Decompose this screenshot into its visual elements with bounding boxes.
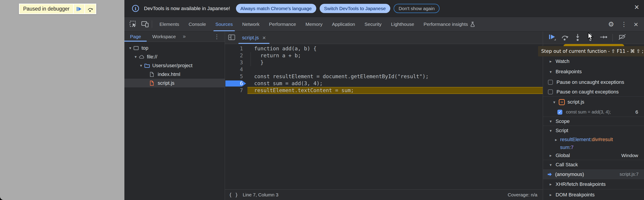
devtools-tab[interactable]: Network [238,17,264,31]
scope-variable-sum[interactable]: sum: 7 [543,144,644,151]
deactivate-breakpoints-button[interactable] [618,33,626,42]
tree-expander-icon[interactable]: ▾ [133,54,138,59]
breakpoints-section-header[interactable]: ▾ Breakpoints [543,66,644,77]
line-number-gutter[interactable]: 4 [225,66,248,73]
file-tree-label: Users/user/project [152,63,192,68]
more-options-icon[interactable]: ⋮ [621,21,627,27]
devtools-tab[interactable]: Application [327,17,360,31]
scope-global-row[interactable]: ▸ Global Window [543,151,644,160]
expanded-arrow-icon[interactable]: ▾ [548,119,553,124]
infobar-button[interactable]: Don't show again [394,4,440,13]
file-tree-row[interactable]: ▾ [124,61,225,70]
devtools-tab[interactable]: Performance insights [419,17,480,31]
expanded-arrow-icon[interactable]: ▾ [548,128,553,133]
step-over-button[interactable] [561,33,569,42]
scope-script-row[interactable]: ▾ Script [543,126,644,135]
editor-tab-scriptjs[interactable]: script.js × [238,31,270,44]
breakpoint-checkbox[interactable]: ✓ [558,110,562,115]
dom-breakpoints-section-header[interactable]: ▸ DOM Breakpoints [543,190,644,200]
file-tree-label: script.js [158,80,174,86]
step-into-button[interactable] [574,33,582,42]
infobar-message: DevTools is now available in Japanese! [144,5,230,11]
toggle-device-toolbar-button[interactable] [141,21,149,28]
infobar-close-icon[interactable]: × [634,3,639,11]
devtools-tab[interactable]: Security [360,17,386,31]
inspect-element-button[interactable] [129,20,137,28]
code-line[interactable]: 1 function add(a, b) { [225,45,543,52]
file-tree-row[interactable]: ▾ [124,52,225,61]
code-line[interactable]: 4 [225,66,543,73]
pretty-print-icon[interactable]: { } [229,192,238,198]
call-stack-section-header[interactable]: ▾ Call Stack [543,160,644,170]
devtools-tab[interactable]: Sources [211,17,238,31]
line-number-gutter[interactable]: 2 [225,52,248,59]
file-tree-row[interactable]: index.html [124,70,225,79]
collapsed-arrow-icon[interactable]: ▸ [548,182,553,187]
expanded-arrow-icon[interactable]: ▾ [548,69,553,74]
banner-resume-button[interactable] [74,4,84,13]
collapsed-arrow-icon[interactable]: ▸ [548,153,553,158]
devtools-tab[interactable]: Elements [155,17,184,31]
file-tree-row[interactable]: ▾ [124,44,225,52]
scope-variable-resultelement[interactable]: ▸ resultElement: div#result [543,135,644,144]
tab-close-icon[interactable]: × [262,35,266,41]
frame-icon [134,46,139,50]
line-number-gutter[interactable]: 6 [225,80,248,87]
call-stack-frame-row[interactable]: (anonymous) script.js:7 [543,170,644,179]
dimmed-page-overlay: Paused in debugger [0,0,124,200]
watch-section-header[interactable]: ▸ Watch [543,56,644,66]
resume-script-button[interactable] [548,33,556,42]
step-icon [599,33,607,41]
step-button[interactable] [599,33,607,42]
toolbar-separator [152,20,152,28]
line-number-gutter[interactable]: 1 [225,45,248,52]
collapse-navigator-button[interactable] [228,34,235,41]
tree-expander-icon[interactable]: ▾ [138,63,144,68]
code-lines: 1 function add(a, b) { 2 return a + b; 3… [225,45,543,94]
line-number-gutter[interactable]: 3 [225,59,248,66]
pause-caught-exceptions-row[interactable]: Pause on caught exceptions [543,87,644,97]
code-line[interactable]: 5 const resultElement = document.getElem… [225,73,543,80]
code-line[interactable]: 2 return a + b; [225,52,543,59]
xhr-breakpoints-section-header[interactable]: ▸ XHR/fetch Breakpoints [543,179,644,190]
line-number-gutter[interactable]: 7 [225,87,248,94]
more-tabs-chevron-icon[interactable]: » [183,33,186,39]
banner-step-over-button[interactable] [85,4,96,13]
collapsed-arrow-icon[interactable]: ▸ [548,192,553,197]
devtools-tab[interactable]: Console [184,17,211,31]
tree-expander-icon[interactable]: ▾ [128,46,133,50]
navigator-menu-dots-icon[interactable]: ⋮ [214,33,225,40]
infobar-button[interactable]: Always match Chrome's language [236,4,316,13]
pause-uncaught-checkbox[interactable] [548,80,553,85]
expanded-arrow-icon[interactable]: ▾ [552,100,556,104]
navigator-tab-workspace[interactable]: Workspace [147,31,182,41]
collapsed-arrow-icon[interactable]: ▸ [554,137,558,142]
step-over-icon [561,33,569,41]
devtools-close-icon[interactable]: × [634,20,638,28]
settings-gear-icon[interactable]: ⚙ [608,21,614,28]
breakpoint-entry-row[interactable]: ✓ const sum = add(3, 4); 6 [543,107,644,117]
pause-caught-checkbox[interactable] [548,89,553,94]
code-text: } [248,59,264,66]
resume-script-icon [76,6,82,12]
devtools-tab[interactable]: Lighthouse [386,17,419,31]
code-editor[interactable]: 1 function add(a, b) { 2 return a + b; 3… [225,44,543,190]
code-line[interactable]: 6 const sum = add(3, 4); [225,80,543,87]
breakpoint-line-number: 6 [636,109,644,115]
file-tree: ▾ [124,42,225,87]
code-line[interactable]: 7 resultElement.textContent = sum; [225,87,543,94]
file-tree-row[interactable]: script.js [124,79,225,87]
expanded-arrow-icon[interactable]: ▾ [548,163,553,167]
file-tree-label: file:// [147,54,157,60]
devtools-tab[interactable]: Performance [264,17,301,31]
scope-section-header[interactable]: ▾ Scope [543,117,644,126]
breakpoint-file-group[interactable]: ▾ ‹› script.js [543,97,644,107]
pause-uncaught-exceptions-row[interactable]: Pause on uncaught exceptions [543,77,644,87]
flask-icon [470,21,475,27]
collapsed-arrow-icon[interactable]: ▸ [548,59,553,64]
navigator-tab-page[interactable]: Page [124,31,147,41]
line-number-gutter[interactable]: 5 [225,73,248,80]
devtools-tab[interactable]: Memory [301,17,327,31]
infobar-button[interactable]: Switch DevTools to Japanese [320,4,390,13]
code-line[interactable]: 3 } [225,59,543,66]
